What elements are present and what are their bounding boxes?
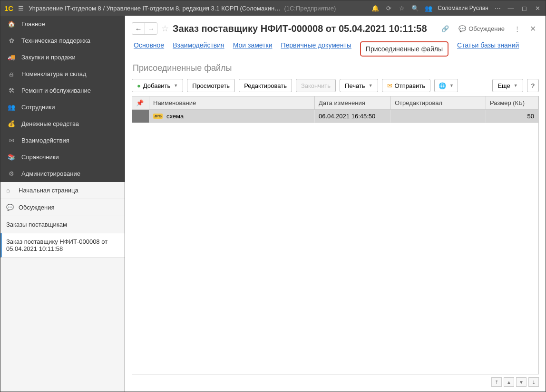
bell-icon[interactable]: 🔔 xyxy=(371,5,380,12)
nav-staff[interactable]: 👥Сотрудники xyxy=(0,99,125,115)
grid-body-empty xyxy=(132,123,538,374)
gear-icon: ⚙ xyxy=(7,170,16,177)
forward-button[interactable]: → xyxy=(145,23,157,34)
home-icon: 🏠 xyxy=(7,20,16,28)
caption-more-icon[interactable]: ⋯ xyxy=(493,5,502,12)
add-button[interactable]: ●Добавить▼ xyxy=(132,79,183,92)
user-icon[interactable]: 👥 xyxy=(424,5,433,12)
sidebar: 🏠Главное ✿Техническая поддержка 🚚Закупки… xyxy=(0,16,125,392)
chevron-down-icon: ▼ xyxy=(174,83,178,88)
fav-star-icon[interactable]: ☆ xyxy=(161,23,169,34)
sb-current-doc[interactable]: Заказ поставщику НФИТ-000008 от 05.04.20… xyxy=(0,233,125,258)
edit-button[interactable]: Редактировать xyxy=(239,79,292,92)
file-editor xyxy=(391,110,486,123)
nav-refs[interactable]: 📚Справочники xyxy=(0,149,125,165)
pin-icon: 📌 xyxy=(136,99,144,106)
tab-notes[interactable]: Мои заметки xyxy=(233,41,273,57)
nav-main[interactable]: 🏠Главное xyxy=(0,16,125,32)
grid-header: 📌 Наименование Дата изменения Отредактир… xyxy=(132,96,538,110)
nav-money[interactable]: 💰Денежные средства xyxy=(0,115,125,132)
envelope-icon: ✉ xyxy=(387,82,392,89)
file-date: 06.04.2021 16:45:50 xyxy=(315,110,391,123)
user-name[interactable]: Соломахин Руслан xyxy=(438,5,488,11)
logo-1c: 1C xyxy=(4,4,13,12)
close-doc-icon[interactable]: ✕ xyxy=(527,24,539,33)
doc-header: ← → ☆ Заказ поставщику НФИТ-000008 от 05… xyxy=(132,19,539,38)
nav-support[interactable]: ✿Техническая поддержка xyxy=(0,32,125,49)
file-name: схема xyxy=(166,113,184,120)
truck-icon: 🚚 xyxy=(7,54,16,61)
row-selector[interactable] xyxy=(132,110,149,123)
file-size: 50 xyxy=(486,110,538,123)
files-grid: 📌 Наименование Дата изменения Отредактир… xyxy=(132,96,539,374)
maximize-icon[interactable]: ◻ xyxy=(520,5,528,12)
col-name[interactable]: Наименование xyxy=(149,96,315,109)
chevron-down-icon: ▼ xyxy=(369,83,373,88)
help-button[interactable]: ? xyxy=(527,79,539,92)
minimize-icon[interactable]: — xyxy=(507,5,515,12)
tab-interactions[interactable]: Взаимодействия xyxy=(173,41,224,57)
support-icon: ✿ xyxy=(7,37,16,44)
discuss-button[interactable]: 💬 Обсуждение xyxy=(456,23,507,34)
content-area: ← → ☆ Заказ поставщику НФИТ-000008 от 05… xyxy=(125,16,546,392)
col-editor[interactable]: Отредактировал xyxy=(391,96,486,109)
sb-discussions[interactable]: 💬Обсуждения xyxy=(0,199,125,216)
col-date[interactable]: Дата изменения xyxy=(315,96,391,109)
page-last[interactable]: ⤓ xyxy=(528,377,539,387)
tab-primary-docs[interactable]: Первичные документы xyxy=(281,41,351,57)
nav-stock[interactable]: 🖨Номенклатура и склад xyxy=(0,66,125,82)
tools-icon: 🛠 xyxy=(7,87,16,94)
chat-icon: 💬 xyxy=(6,204,14,211)
toolbar: ●Добавить▼ Просмотреть Редактировать Зак… xyxy=(132,78,539,96)
app-title: Управление IT-отделом 8 / Управление IT-… xyxy=(29,5,366,12)
plus-icon: ● xyxy=(137,82,141,89)
nav-repair[interactable]: 🛠Ремонт и обслуживание xyxy=(0,82,125,99)
people-icon: 👥 xyxy=(7,104,16,111)
chevron-down-icon: ▼ xyxy=(449,83,454,88)
page-up[interactable]: ▲ xyxy=(504,377,514,387)
sb-orders[interactable]: Заказы поставщикам xyxy=(0,216,125,233)
close-window-icon[interactable]: ✕ xyxy=(533,5,542,12)
jpg-icon: JPG xyxy=(153,114,163,119)
mail-icon: ✉ xyxy=(7,137,16,144)
kebab-icon[interactable]: ⋮ xyxy=(511,23,523,34)
page-down[interactable]: ▼ xyxy=(516,377,526,387)
nav-purchases[interactable]: 🚚Закупки и продажи xyxy=(0,49,125,66)
pager: ⤒ ▲ ▼ ⤓ xyxy=(132,374,539,392)
send-button[interactable]: ✉Отправить xyxy=(382,79,430,92)
nav-admin[interactable]: ⚙Администрирование xyxy=(0,165,125,182)
tab-kb[interactable]: Статьи базы знаний xyxy=(457,41,519,57)
star-icon[interactable]: ☆ xyxy=(398,5,406,12)
menu-icon[interactable]: ☰ xyxy=(18,5,24,12)
printer-icon: 🖨 xyxy=(7,70,16,77)
more-button[interactable]: Еще▼ xyxy=(492,79,523,92)
history-icon[interactable]: ⟳ xyxy=(384,5,393,12)
nav-interactions[interactable]: ✉Взаимодействия xyxy=(0,132,125,149)
view-button[interactable]: Просмотреть xyxy=(187,79,235,92)
doc-title: Заказ поставщику НФИТ-000008 от 05.04.20… xyxy=(173,23,435,34)
nav-buttons: ← → xyxy=(132,22,157,35)
globe-icon: 🌐 xyxy=(439,82,446,89)
print-button[interactable]: Печать▼ xyxy=(340,79,378,92)
section-title: Присоединенные файлы xyxy=(132,61,539,78)
col-marker[interactable]: 📌 xyxy=(132,96,149,109)
doc-tabs: Основное Взаимодействия Мои заметки Перв… xyxy=(132,38,539,61)
titlebar: 1C ☰ Управление IT-отделом 8 / Управлени… xyxy=(0,0,546,16)
back-button[interactable]: ← xyxy=(132,23,145,34)
chevron-down-icon: ▼ xyxy=(514,83,518,88)
page-first[interactable]: ⤒ xyxy=(491,377,502,387)
globe-button[interactable]: 🌐▼ xyxy=(434,79,458,92)
tab-attachments[interactable]: Присоединенные файлы xyxy=(360,41,448,57)
finish-button: Закончить xyxy=(296,79,336,92)
home2-icon: ⌂ xyxy=(6,187,14,194)
search-icon[interactable]: 🔍 xyxy=(411,5,419,12)
link-icon[interactable]: 🔗 xyxy=(439,23,452,34)
col-size[interactable]: Размер (КБ) xyxy=(486,96,538,109)
money-icon: 💰 xyxy=(7,120,16,127)
sb-start-page[interactable]: ⌂Начальная страница xyxy=(0,182,125,199)
table-row[interactable]: JPGсхема 06.04.2021 16:45:50 50 xyxy=(132,110,538,123)
book-icon: 📚 xyxy=(7,153,16,161)
tab-main[interactable]: Основное xyxy=(134,41,164,57)
